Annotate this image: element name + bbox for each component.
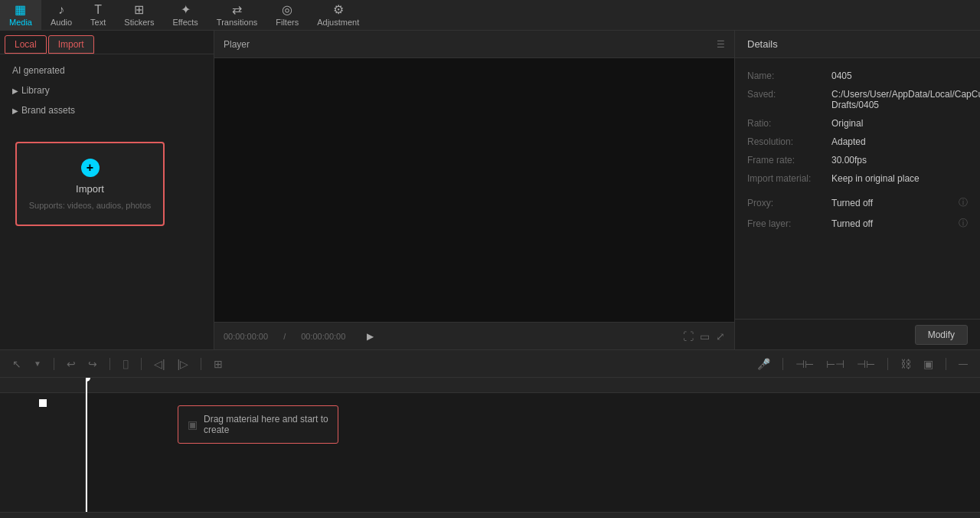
dropdown-arrow[interactable]: ▼ [31,356,44,371]
adjustment-icon: ⚙ [333,4,344,16]
timeline-drop-zone[interactable]: ▣ Drag material here and start to create [178,405,338,444]
player-menu-icon[interactable]: ☰ [717,39,725,50]
delete-prev-tool[interactable]: ◁| [151,355,168,373]
transitions-icon: ⇄ [232,4,242,16]
aspect-ratio-icon[interactable]: ▭ [700,330,710,343]
timeline-toolbar: ↖ ▼ ↩ ↪ ⌷ ◁| |▷ ⊞ 🎤 ⊣⊢ ⊢⊣ ⊣⊢ ⛓ ▣ — [0,350,980,378]
toolbar-label-stickers: Stickers [124,18,154,27]
group-tool[interactable]: ⊞ [211,355,226,373]
play-button[interactable]: ▶ [361,327,379,346]
expand-icon[interactable]: ⤢ [716,330,725,343]
undo-button[interactable]: ↩ [64,355,79,373]
pip-tool[interactable]: ▣ [920,355,936,373]
player-time-separator: / [283,332,286,341]
text-icon: T [94,4,102,16]
detail-row-saved: Saved: C:/Users/User/AppData/Local/CapCu… [747,89,968,110]
detail-value-import-material: Keep in original place [831,173,968,184]
playhead-position [0,393,85,407]
proxy-info-icon[interactable]: ⓘ [959,196,968,209]
tab-local[interactable]: Local [5,35,47,54]
drop-zone-icon: ▣ [188,418,198,431]
detail-label-free-layer: Free layer: [747,218,831,229]
detail-section-proxy: Proxy: Turned off ⓘ Free layer: Turned o… [747,196,968,230]
timeline-ruler [86,378,980,393]
detail-value-name: 0405 [831,70,968,81]
toolbar-divider-1 [54,358,54,370]
detail-row-name: Name: 0405 [747,70,968,81]
media-icon: ▦ [15,4,26,16]
detail-row-framerate: Frame rate: 30.00fps [747,155,968,166]
ruler-corner [0,378,85,393]
import-drop-box[interactable]: + Import Supports: videos, audios, photo… [15,142,165,226]
link-tool[interactable]: ⛓ [897,355,914,373]
sidebar-item-ai-generated[interactable]: AI generated [0,61,214,80]
stickers-icon: ⊞ [134,4,144,16]
drop-zone-text: Drag material here and start to create [204,414,328,435]
chevron-right-icon-brand: ▶ [12,107,18,115]
toolbar-label-text: Text [90,18,106,27]
detail-label-saved: Saved: [747,89,831,100]
chevron-right-icon: ▶ [12,87,18,95]
import-label: Import [76,183,104,195]
toolbar-divider-5 [782,358,783,370]
media-content: + Import Supports: videos, audios, photo… [0,126,214,349]
modify-button[interactable]: Modify [915,325,968,345]
toolbar-right-tools: 🎤 ⊣⊢ ⊢⊣ ⊣⊢ ⛓ ▣ — [754,355,971,373]
import-plus-icon: + [81,159,100,177]
toolbar-divider-2 [109,358,110,370]
tab-import[interactable]: Import [48,35,94,54]
player-panel: Player ☰ 00:00:00:00 / 00:00:00:00 ▶ ⛶ ▭… [214,31,735,349]
toolbar-label-media: Media [9,18,32,27]
timeline-tracks: ▣ Drag material here and start to create [86,378,980,512]
detail-value-free-layer: Turned off [831,218,959,229]
player-canvas [214,58,734,322]
audio-icon: ♪ [58,4,64,16]
timeline-labels [0,378,86,512]
player-time-current: 00:00:00:00 [224,332,268,341]
toolbar-item-media[interactable]: ▦ Media [0,0,41,30]
main-area: Local Import AI generated ▶ Library ▶ Br… [0,31,980,349]
snap-tool-2[interactable]: ⊢⊣ [823,355,848,373]
detail-label-import-material: Import material: [747,173,831,184]
filters-icon: ◎ [282,4,292,16]
timeline-scrollbar[interactable] [0,512,980,518]
detail-row-ratio: Ratio: Original [747,118,968,129]
detail-row-proxy: Proxy: Turned off ⓘ [747,196,968,209]
toolbar-item-text[interactable]: T Text [81,0,115,30]
toolbar-item-adjustment[interactable]: ⚙ Adjustment [308,0,368,30]
toolbar-item-effects[interactable]: ✦ Effects [163,0,207,30]
player-controls: 00:00:00:00 / 00:00:00:00 ▶ ⛶ ▭ ⤢ [214,322,734,349]
split-tool[interactable]: ⌷ [119,355,132,373]
sidebar-label-ai: AI generated [12,65,65,76]
mic-button[interactable]: 🎤 [754,355,773,373]
toolbar-label-audio: Audio [51,18,72,27]
side-nav: AI generated ▶ Library ▶ Brand assets [0,54,214,126]
import-sublabel: Supports: videos, audios, photos [29,201,152,210]
sidebar-item-brand-assets[interactable]: ▶ Brand assets [0,100,214,120]
toolbar-divider-3 [141,358,142,370]
player-title: Player [224,39,250,50]
select-tool[interactable]: ↖ [9,355,24,373]
redo-button[interactable]: ↪ [85,355,100,373]
sidebar-item-library[interactable]: ▶ Library [0,80,214,100]
timeline-area: ↖ ▼ ↩ ↪ ⌷ ◁| |▷ ⊞ 🎤 ⊣⊢ ⊢⊣ ⊣⊢ ⛓ ▣ — [0,349,980,518]
toolbar-item-transitions[interactable]: ⇄ Transitions [207,0,266,30]
toolbar-divider-6 [887,358,888,370]
detail-label-proxy: Proxy: [747,198,831,208]
fullscreen-icon[interactable]: ⛶ [683,330,694,343]
volume-tool[interactable]: — [956,356,971,372]
sidebar-label-library: Library [21,85,50,96]
toolbar-item-stickers[interactable]: ⊞ Stickers [115,0,163,30]
detail-value-saved: C:/Users/User/AppData/Local/CapCut Draft… [831,89,980,110]
snap-tool-1[interactable]: ⊣⊢ [792,355,817,373]
effects-icon: ✦ [181,4,191,16]
toolbar-item-audio[interactable]: ♪ Audio [41,0,81,30]
free-layer-info-icon[interactable]: ⓘ [959,217,968,230]
delete-next-tool[interactable]: |▷ [175,355,192,373]
sidebar-label-brand: Brand assets [21,105,75,116]
snap-tool-3[interactable]: ⊣⊢ [854,355,878,373]
detail-value-framerate: 30.00fps [831,155,968,166]
detail-label-resolution: Resolution: [747,136,831,147]
toolbar-item-filters[interactable]: ◎ Filters [266,0,308,30]
main-toolbar: ▦ Media ♪ Audio T Text ⊞ Stickers ✦ Effe… [0,0,980,31]
